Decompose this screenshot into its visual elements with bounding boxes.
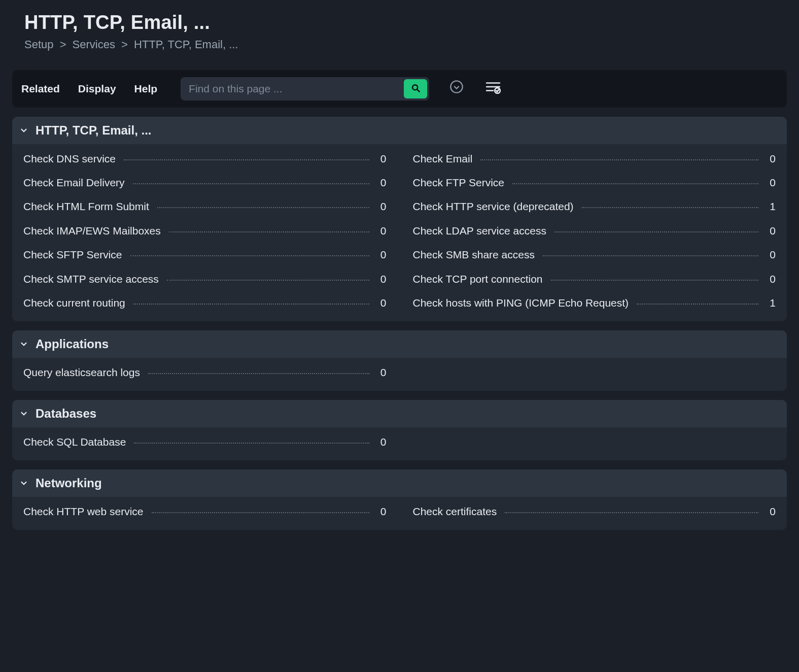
filter-settings-button[interactable] [484, 80, 502, 98]
breadcrumb-separator: > [121, 38, 128, 51]
rule-count: 1 [767, 199, 776, 214]
rule-link[interactable]: Check LDAP service access [413, 223, 546, 238]
dotted-filler [157, 207, 369, 208]
breadcrumb: Setup > Services > HTTP, TCP, Email, ... [24, 37, 775, 53]
list-item: Check Email0 [413, 151, 776, 166]
rule-count: 0 [377, 151, 387, 166]
page-root: HTTP, TCP, Email, ... Setup > Services >… [0, 0, 799, 672]
breadcrumb-current: HTTP, TCP, Email, ... [134, 38, 238, 51]
list-item: Check IMAP/EWS Mailboxes0 [23, 223, 387, 238]
rule-link[interactable]: Check SMTP service access [23, 272, 159, 286]
chevron-down-icon [19, 409, 28, 418]
breadcrumb-setup[interactable]: Setup [24, 38, 54, 51]
row-grid: Check HTTP web service0Check certificate… [23, 504, 776, 519]
rule-count: 0 [767, 504, 776, 519]
section-title: Applications [36, 335, 109, 353]
dotted-filler [637, 304, 758, 305]
rule-link[interactable]: Check SQL Database [23, 434, 126, 449]
menu-help[interactable]: Help [134, 81, 158, 96]
list-item: Check HTML Form Submit0 [23, 199, 387, 214]
section-title: Networking [36, 475, 102, 492]
rule-count: 0 [377, 272, 387, 286]
rule-link[interactable]: Check Email Delivery [23, 175, 125, 190]
list-item: Check TCP port connection0 [413, 272, 776, 286]
list-item: Check HTTP service (deprecated)1 [413, 199, 776, 214]
chevron-down-circle-icon [449, 80, 464, 97]
rule-count: 1 [767, 295, 776, 310]
rule-count: 0 [377, 199, 387, 214]
menu-display[interactable]: Display [78, 81, 116, 96]
rule-link[interactable]: Check HTML Form Submit [23, 199, 149, 214]
rule-count: 0 [767, 175, 776, 190]
dotted-filler [543, 255, 758, 256]
dotted-filler [152, 512, 369, 513]
list-item: Check DNS service0 [23, 151, 387, 166]
rule-link[interactable]: Check IMAP/EWS Mailboxes [23, 223, 161, 238]
rule-link[interactable]: Check Email [413, 151, 473, 166]
list-item: Check LDAP service access0 [413, 223, 776, 238]
rule-count: 0 [377, 247, 387, 262]
list-item: Check current routing0 [23, 295, 387, 310]
rule-link[interactable]: Check SMB share access [413, 247, 535, 262]
dotted-filler [582, 207, 758, 208]
dotted-filler [130, 255, 369, 256]
list-item: Check Email Delivery0 [23, 175, 387, 190]
dotted-filler [124, 159, 369, 160]
expand-toggle-button[interactable] [447, 80, 466, 98]
list-item: Check SQL Database0 [23, 434, 387, 449]
breadcrumb-services[interactable]: Services [73, 38, 115, 51]
search-input[interactable] [181, 77, 404, 100]
rule-count: 0 [767, 151, 776, 166]
section-header-applications[interactable]: Applications [12, 330, 787, 358]
dotted-filler [169, 231, 369, 232]
menu-related[interactable]: Related [21, 81, 60, 96]
chevron-down-icon [19, 340, 28, 349]
dotted-filler [134, 443, 369, 444]
search-button[interactable] [404, 79, 427, 98]
rule-link[interactable]: Check current routing [23, 295, 125, 310]
section-header-networking[interactable]: Networking [12, 469, 787, 497]
rule-link[interactable]: Check DNS service [23, 151, 116, 166]
rule-link[interactable]: Check FTP Service [413, 175, 505, 190]
rule-link[interactable]: Check HTTP web service [23, 504, 144, 519]
section-title: Databases [36, 405, 96, 422]
dotted-filler [554, 231, 758, 232]
list-item: Check FTP Service0 [413, 175, 776, 190]
dotted-filler [551, 280, 758, 281]
dotted-filler [480, 159, 758, 160]
list-item: Check SFTP Service0 [23, 247, 387, 262]
dotted-filler [512, 183, 758, 184]
list-item: Query elasticsearch logs0 [23, 365, 387, 380]
rule-link[interactable]: Query elasticsearch logs [23, 365, 140, 380]
page-header: HTTP, TCP, Email, ... Setup > Services >… [12, 9, 787, 60]
rule-link[interactable]: Check certificates [413, 504, 497, 519]
rule-count: 0 [767, 272, 776, 286]
section-header-http[interactable]: HTTP, TCP, Email, ... [12, 117, 787, 144]
list-item: Check SMTP service access0 [23, 272, 387, 286]
rule-count: 0 [767, 223, 776, 238]
section-body: Query elasticsearch logs0 [12, 358, 787, 391]
rule-link[interactable]: Check TCP port connection [413, 272, 543, 286]
rule-count: 0 [377, 175, 387, 190]
section-header-databases[interactable]: Databases [12, 400, 787, 427]
list-item: Check SMB share access0 [413, 247, 776, 262]
search-box [181, 77, 429, 100]
rule-count: 0 [377, 295, 387, 310]
section-body: Check SQL Database0 [12, 427, 787, 460]
search-icon [410, 83, 421, 94]
dotted-filler [148, 373, 369, 374]
section-title: HTTP, TCP, Email, ... [36, 122, 152, 139]
section-networking: NetworkingCheck HTTP web service0Check c… [12, 469, 787, 530]
section-applications: ApplicationsQuery elasticsearch logs0 [12, 330, 787, 391]
svg-point-2 [450, 81, 462, 93]
rule-count: 0 [767, 247, 776, 262]
row-grid: Query elasticsearch logs0 [23, 365, 776, 380]
dotted-filler [505, 512, 758, 513]
list-item: Check HTTP web service0 [23, 504, 387, 519]
rule-link[interactable]: Check SFTP Service [23, 247, 122, 262]
rule-link[interactable]: Check HTTP service (deprecated) [413, 199, 574, 214]
list-item: Check certificates0 [413, 504, 776, 519]
rule-link[interactable]: Check hosts with PING (ICMP Echo Request… [413, 295, 629, 310]
page-title: HTTP, TCP, Email, ... [24, 9, 775, 36]
rule-count: 0 [377, 223, 387, 238]
